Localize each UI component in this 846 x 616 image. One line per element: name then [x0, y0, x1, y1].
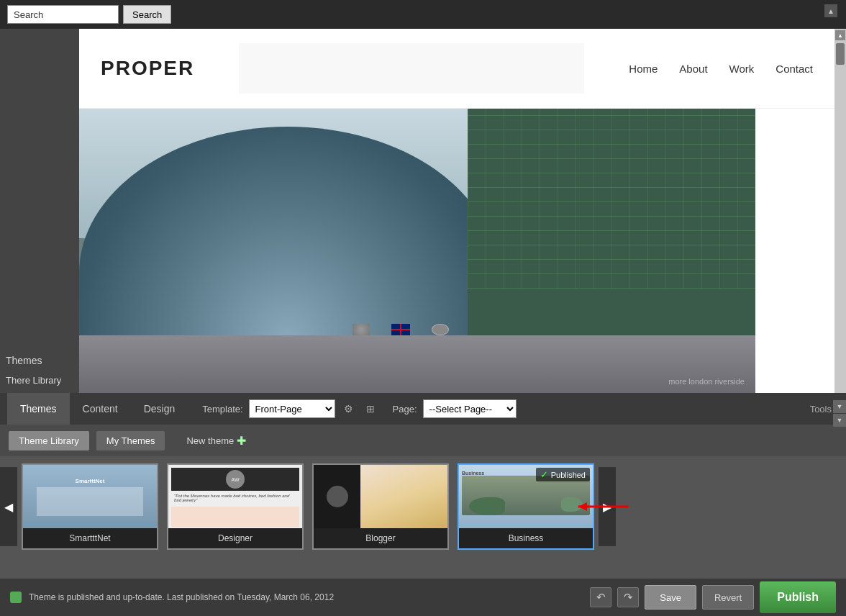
theme-card-label-smartnet: SmartttNet [23, 528, 157, 548]
theme-card-blogger[interactable]: Blogger [312, 463, 449, 550]
publish-button[interactable]: Publish [760, 581, 836, 613]
template-section: Template: Front-Page Blog Gallery ⚙ ⊞ [202, 399, 378, 418]
toolbar-tabs: Themes Content Design Template: Front-Pa… [0, 393, 846, 425]
footer-actions: ↶ ↷ Save Revert Publish [590, 581, 836, 613]
preview-wrapper: Themes There Library PROPER Home About W… [0, 29, 846, 393]
footer-bar: Theme is published and up-to-date. Last … [0, 579, 846, 616]
theme-card-img-designer: AW "Put the Mavernas have made bad choic… [168, 465, 302, 528]
revert-button[interactable]: Revert [702, 585, 754, 610]
themes-sidebar-label: Themes [0, 348, 79, 371]
my-themes-tab[interactable]: My Themes [96, 431, 165, 450]
status-indicator [10, 592, 22, 603]
site-logo: PROPER [101, 57, 194, 80]
published-text: Published [551, 471, 586, 479]
redo-button[interactable]: ↷ [617, 587, 639, 607]
tab-design[interactable]: Design [131, 393, 188, 425]
tab-content[interactable]: Content [70, 393, 131, 425]
left-sidebar: Themes There Library [0, 29, 79, 393]
scroll-down-arrow-1[interactable]: ▼ [833, 400, 846, 413]
nav-home[interactable]: Home [629, 63, 658, 75]
theme-card-img-blogger [314, 465, 447, 528]
hero-image: more london riverside [79, 109, 755, 393]
there-library-label: There Library [0, 371, 79, 393]
theme-card-label-business: Business [459, 528, 593, 548]
tab-themes[interactable]: Themes [7, 393, 70, 425]
layout-icon[interactable]: ⊞ [363, 401, 378, 417]
nav-contact[interactable]: Contact [776, 63, 813, 75]
check-icon: ✓ [540, 469, 548, 480]
svg-marker-1 [578, 502, 587, 511]
page-section: Page: --Select Page-- Home About Work Co… [393, 399, 517, 418]
template-label: Template: [202, 404, 242, 415]
site-header: PROPER Home About Work Contact [79, 29, 834, 109]
published-badge: ✓ Published [536, 468, 590, 481]
site-preview: PROPER Home About Work Contact [79, 29, 834, 393]
theme-card-label-blogger: Blogger [314, 528, 447, 548]
new-theme-button[interactable]: New theme ✚ [186, 434, 246, 448]
app-layout: Search ▲ Themes There Library PROPER Hom… [0, 0, 846, 616]
themes-row: ◀ SmartttNet SmartttNet AW "Put the Mave… [0, 456, 846, 557]
hero-watermark: more london riverside [668, 377, 745, 386]
page-label: Page: [393, 404, 417, 415]
theme-library-bar: Theme Library My Themes New theme ✚ [0, 425, 846, 456]
right-scroll-arrows: ▼ ▼ [833, 400, 846, 427]
site-nav: Home About Work Contact [629, 63, 813, 75]
red-arrow-indicator [571, 496, 636, 517]
scroll-up-arrow[interactable]: ▲ [824, 4, 837, 17]
search-button[interactable]: Search [123, 5, 171, 24]
preview-scrollbar[interactable]: ▲ [834, 29, 846, 393]
new-theme-label: New theme [186, 435, 234, 446]
save-button[interactable]: Save [645, 585, 696, 610]
theme-library-tab[interactable]: Theme Library [9, 431, 89, 450]
themes-prev-arrow[interactable]: ◀ [0, 467, 17, 546]
status-text: Theme is published and up-to-date. Last … [29, 592, 583, 602]
template-select[interactable]: Front-Page Blog Gallery [249, 399, 335, 418]
page-select[interactable]: --Select Page-- Home About Work Contact [423, 399, 517, 418]
theme-card-designer[interactable]: AW "Put the Mavernas have made bad choic… [167, 463, 304, 550]
search-input[interactable] [7, 5, 119, 24]
undo-button[interactable]: ↶ [590, 587, 611, 607]
theme-card-label-designer: Designer [168, 528, 302, 548]
scroll-down-arrow-2[interactable]: ▼ [833, 414, 846, 427]
theme-card-smartnet[interactable]: SmartttNet SmartttNet [22, 463, 158, 550]
top-search-bar: Search ▲ [0, 0, 846, 29]
nav-work[interactable]: Work [729, 63, 755, 75]
plus-icon: ✚ [237, 434, 246, 448]
nav-about[interactable]: About [679, 63, 707, 75]
theme-card-img-smartnet: SmartttNet [23, 465, 157, 528]
theme-card-business[interactable]: Business ✓ Published Business [458, 463, 594, 550]
settings-icon[interactable]: ⚙ [341, 401, 357, 417]
